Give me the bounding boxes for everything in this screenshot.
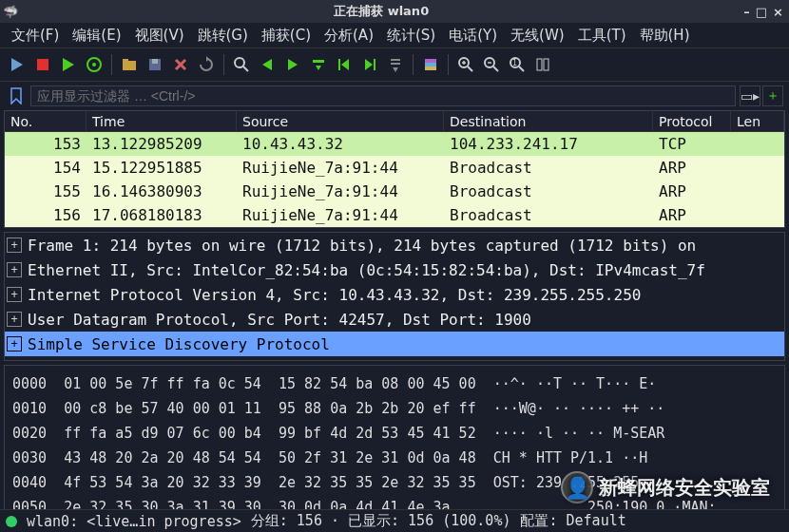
filter-expression-button[interactable]: ▭▸ xyxy=(740,86,760,106)
svg-rect-5 xyxy=(123,61,136,70)
app-icon: 🦈 xyxy=(2,5,19,19)
menu-stats[interactable]: 统计(S) xyxy=(381,25,441,47)
titlebar: 🦈 正在捕获 wlan0 – □ × xyxy=(0,0,789,23)
open-file-icon[interactable] xyxy=(118,53,141,76)
svg-rect-23 xyxy=(391,63,400,65)
zoom-reset-icon[interactable]: 1 xyxy=(506,53,529,76)
menu-phone[interactable]: 电话(Y) xyxy=(443,25,503,47)
svg-marker-24 xyxy=(393,67,398,72)
packet-bytes-pane[interactable]: 0000 01 00 5e 7f ff fa 0c 54 15 82 54 ba… xyxy=(4,365,785,522)
expert-info-icon[interactable] xyxy=(6,516,17,527)
statusbar: wlan0: <live…in progress> 分组: 156 · 已显示:… xyxy=(0,509,789,532)
svg-rect-22 xyxy=(391,59,400,61)
col-source[interactable]: Source xyxy=(237,111,444,131)
svg-rect-18 xyxy=(338,59,340,70)
filter-bookmark-icon[interactable] xyxy=(6,86,27,106)
start-capture-icon[interactable] xyxy=(6,53,29,76)
zoom-out-icon[interactable] xyxy=(480,53,503,76)
svg-point-12 xyxy=(235,58,244,67)
detail-tree-item[interactable]: +Simple Service Discovery Protocol xyxy=(5,332,784,356)
status-interface: wlan0: <live…in progress> xyxy=(27,513,241,530)
detail-tree-item[interactable]: +Internet Protocol Version 4, Src: 10.43… xyxy=(5,282,784,307)
expand-icon[interactable]: + xyxy=(7,238,22,253)
resize-columns-icon[interactable] xyxy=(531,53,554,76)
svg-rect-8 xyxy=(152,59,158,64)
svg-marker-11 xyxy=(206,56,209,62)
svg-line-13 xyxy=(243,66,248,71)
svg-rect-27 xyxy=(425,66,436,70)
detail-tree-item[interactable]: +User Datagram Protocol, Src Port: 42457… xyxy=(5,307,784,332)
packet-list-header: No. Time Source Destination Protocol Len xyxy=(5,111,784,132)
svg-rect-16 xyxy=(313,60,324,63)
capture-options-icon[interactable] xyxy=(83,53,106,76)
svg-rect-38 xyxy=(537,59,542,70)
menu-edit[interactable]: 编辑(E) xyxy=(67,25,126,47)
close-button[interactable]: × xyxy=(773,5,783,19)
filter-add-button[interactable]: ＋ xyxy=(762,86,783,106)
svg-line-36 xyxy=(519,66,524,71)
go-forward-icon[interactable] xyxy=(281,53,304,76)
col-length[interactable]: Len xyxy=(731,111,784,131)
svg-point-4 xyxy=(92,63,96,66)
expand-icon[interactable]: + xyxy=(7,312,22,327)
zoom-in-icon[interactable] xyxy=(454,53,477,76)
svg-rect-6 xyxy=(123,59,128,62)
reload-icon[interactable] xyxy=(195,53,218,76)
status-packets: 分组: 156 · 已显示: 156 (100.0%) xyxy=(251,512,511,530)
go-first-icon[interactable] xyxy=(333,53,356,76)
packet-list[interactable]: No. Time Source Destination Protocol Len… xyxy=(4,110,785,228)
menu-capture[interactable]: 捕获(C) xyxy=(256,25,317,47)
menu-go[interactable]: 跳转(G) xyxy=(192,25,254,47)
packet-row[interactable]: 15516.146380903RuijieNe_7a:91:44Broadcas… xyxy=(5,180,784,203)
svg-rect-25 xyxy=(425,59,436,63)
svg-line-33 xyxy=(493,66,498,71)
restart-capture-icon[interactable] xyxy=(57,53,80,76)
expand-icon[interactable]: + xyxy=(7,262,22,277)
packet-row[interactable]: 15617.068180183RuijieNe_7a:91:44Broadcas… xyxy=(5,203,784,227)
expand-icon[interactable]: + xyxy=(7,336,22,352)
go-last-icon[interactable] xyxy=(358,53,381,76)
toolbar: 1 xyxy=(0,48,789,82)
close-file-icon[interactable] xyxy=(169,53,192,76)
go-to-packet-icon[interactable] xyxy=(307,53,330,76)
svg-rect-1 xyxy=(37,59,48,70)
svg-rect-26 xyxy=(425,63,436,66)
packet-details-pane[interactable]: +Frame 1: 214 bytes on wire (1712 bits),… xyxy=(4,232,785,361)
detail-tree-item[interactable]: +Frame 1: 214 bytes on wire (1712 bits),… xyxy=(5,233,784,257)
maximize-button[interactable]: □ xyxy=(756,5,767,19)
svg-text:1: 1 xyxy=(512,59,517,67)
save-file-icon[interactable] xyxy=(144,53,166,76)
menu-help[interactable]: 帮助(H) xyxy=(634,25,696,47)
display-filter-input[interactable] xyxy=(30,86,736,106)
col-dest[interactable]: Destination xyxy=(444,111,653,131)
menu-file[interactable]: 文件(F) xyxy=(6,25,65,47)
svg-marker-14 xyxy=(262,59,272,70)
minimize-button[interactable]: – xyxy=(743,5,750,19)
packet-row[interactable]: 15415.122951885RuijieNe_7a:91:44Broadcas… xyxy=(5,156,784,180)
col-time[interactable]: Time xyxy=(87,111,237,131)
colorize-icon[interactable] xyxy=(419,53,442,76)
detail-tree-item[interactable]: +Ethernet II, Src: IntelCor_82:54:ba (0c… xyxy=(5,257,784,282)
auto-scroll-icon[interactable] xyxy=(384,53,407,76)
svg-marker-17 xyxy=(316,66,321,70)
packet-row[interactable]: 15313.12298520910.43.43.32104.233.241.17… xyxy=(5,132,784,156)
menu-analyze[interactable]: 分析(A) xyxy=(318,25,379,47)
svg-line-29 xyxy=(468,66,472,71)
menu-view[interactable]: 视图(V) xyxy=(129,25,190,47)
stop-capture-icon[interactable] xyxy=(31,53,54,76)
menubar: 文件(F) 编辑(E) 视图(V) 跳转(G) 捕获(C) 分析(A) 统计(S… xyxy=(0,23,789,48)
go-back-icon[interactable] xyxy=(256,53,279,76)
col-no[interactable]: No. xyxy=(5,111,87,131)
svg-marker-2 xyxy=(63,58,74,71)
window-title: 正在捕获 wlan0 xyxy=(19,3,743,20)
display-filter-bar: ▭▸ ＋ xyxy=(0,82,789,110)
svg-rect-20 xyxy=(374,59,375,70)
menu-tools[interactable]: 工具(T) xyxy=(572,25,632,47)
col-protocol[interactable]: Protocol xyxy=(653,111,731,131)
find-packet-icon[interactable] xyxy=(230,53,253,76)
svg-marker-15 xyxy=(288,59,298,70)
svg-marker-19 xyxy=(341,59,349,70)
expand-icon[interactable]: + xyxy=(7,287,22,302)
svg-marker-21 xyxy=(365,59,373,70)
menu-wireless[interactable]: 无线(W) xyxy=(505,25,570,47)
